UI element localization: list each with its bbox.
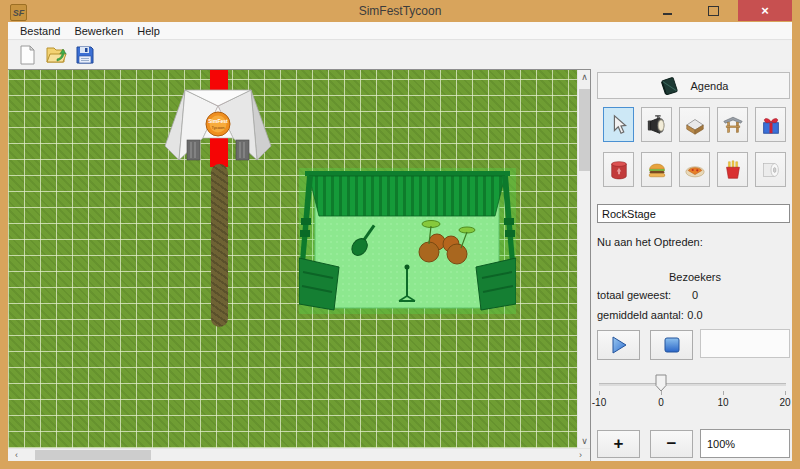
slider-tick	[661, 391, 662, 395]
gift-icon	[760, 114, 782, 136]
tent-logo-text: SimFest	[208, 118, 228, 124]
menu-bar: Bestand Bewerken Help	[8, 22, 792, 40]
tool-entrance-gate-button[interactable]	[717, 107, 748, 142]
tool-fries-button[interactable]	[717, 152, 748, 187]
maximize-icon	[708, 6, 719, 16]
new-file-button[interactable]	[16, 44, 38, 66]
spotlight-icon	[646, 114, 668, 136]
stage-graphic	[299, 168, 516, 314]
visitors-header: Bezoekers	[655, 271, 735, 283]
new-document-icon	[17, 45, 37, 65]
agenda-book-icon	[659, 76, 681, 96]
scroll-up-icon: ∧	[581, 72, 588, 82]
menu-bestand[interactable]: Bestand	[14, 23, 66, 39]
save-file-button[interactable]	[74, 44, 96, 66]
average-visitors-value: 0.0	[655, 309, 735, 321]
speed-slider[interactable]	[599, 383, 786, 386]
festival-ground[interactable]: SimFest Tycoon	[8, 70, 577, 448]
horizontal-scrollbar-thumb[interactable]	[35, 450, 151, 460]
client-area: Bestand Bewerken Help	[8, 22, 792, 461]
tool-hamburger-button[interactable]	[641, 152, 672, 187]
plus-icon: +	[614, 434, 624, 454]
scroll-down-icon: ∨	[581, 436, 588, 446]
stage-speaker-left	[299, 258, 339, 310]
tool-select-button[interactable]	[603, 107, 634, 142]
zoom-out-button[interactable]: −	[650, 430, 693, 458]
slider-tick-label: 10	[708, 397, 738, 408]
stage-speaker-right	[476, 258, 516, 310]
minus-icon: −	[667, 434, 677, 454]
zoom-in-button[interactable]: +	[597, 430, 640, 458]
scroll-right-icon: ›	[579, 450, 582, 460]
tent-speaker-left	[187, 140, 200, 160]
fries-icon	[722, 159, 744, 181]
stage-platform-icon	[684, 114, 706, 136]
scroll-left-icon: ‹	[15, 450, 18, 460]
agenda-button[interactable]: Agenda	[597, 72, 790, 99]
scroll-down-button[interactable]: ∨	[578, 434, 591, 447]
agenda-label: Agenda	[691, 80, 729, 92]
main-toolbar	[8, 41, 792, 69]
scroll-right-button[interactable]: ›	[574, 449, 587, 461]
slider-tick-label: -10	[584, 397, 614, 408]
tool-stage-button[interactable]	[679, 107, 710, 142]
horizontal-scrollbar[interactable]: ‹ ›	[8, 448, 590, 461]
stop-button[interactable]	[650, 330, 693, 360]
side-panel: Agenda	[593, 70, 792, 461]
slider-tick	[599, 391, 600, 395]
toilet-paper-icon	[760, 159, 782, 181]
tool-spotlight-button[interactable]	[641, 107, 672, 142]
title-bar: SF SimFestTycoon ×	[0, 0, 800, 22]
tool-trash-can-button[interactable]	[603, 152, 634, 187]
open-folder-icon	[45, 45, 67, 65]
menu-bewerken[interactable]: Bewerken	[68, 23, 129, 39]
speed-slider-thumb[interactable]	[655, 374, 667, 392]
dirt-path[interactable]	[211, 164, 228, 327]
slider-tick-label: 20	[770, 397, 800, 408]
menu-help[interactable]: Help	[131, 23, 166, 39]
entrance-tent[interactable]: SimFest Tycoon	[163, 84, 273, 170]
close-icon: ×	[761, 3, 769, 18]
scroll-up-button[interactable]: ∧	[578, 70, 591, 83]
vertical-scrollbar[interactable]: ∧ ∨	[577, 70, 590, 448]
tool-gift-button[interactable]	[755, 107, 786, 142]
play-button[interactable]	[597, 330, 640, 360]
slider-tick	[785, 391, 786, 395]
status-box	[700, 329, 790, 358]
total-visitors-value: 0	[655, 289, 735, 301]
tool-pizza-button[interactable]	[679, 152, 710, 187]
hamburger-icon	[646, 159, 668, 181]
slider-tick-label: 0	[646, 397, 676, 408]
stage-name-input[interactable]	[597, 204, 790, 223]
slider-tick	[723, 391, 724, 395]
entrance-gate-icon	[722, 114, 744, 136]
open-file-button[interactable]	[45, 44, 67, 66]
minimize-button[interactable]	[652, 0, 682, 21]
now-performing-label: Nu aan het Optreden:	[597, 236, 703, 248]
maximize-button[interactable]	[698, 0, 728, 21]
zoom-level-field[interactable]	[700, 429, 790, 458]
map-canvas: SimFest Tycoon	[8, 69, 591, 461]
stop-icon	[663, 336, 681, 354]
cursor-icon	[608, 114, 630, 136]
minimize-icon	[663, 13, 672, 15]
play-icon	[609, 335, 629, 355]
vertical-scrollbar-thumb[interactable]	[579, 89, 590, 171]
stage-truss-bar	[305, 171, 510, 176]
pizza-icon	[684, 159, 706, 181]
stage-preview[interactable]	[299, 168, 516, 314]
svg-text:Tycoon: Tycoon	[212, 125, 225, 130]
stage-curtain	[309, 176, 505, 216]
scroll-left-button[interactable]: ‹	[10, 449, 23, 461]
close-button[interactable]: ×	[738, 0, 792, 21]
tent-speaker-right	[236, 140, 249, 160]
tool-toilet-paper-button[interactable]	[755, 152, 786, 187]
trash-can-icon	[608, 159, 630, 181]
save-icon	[75, 45, 95, 65]
